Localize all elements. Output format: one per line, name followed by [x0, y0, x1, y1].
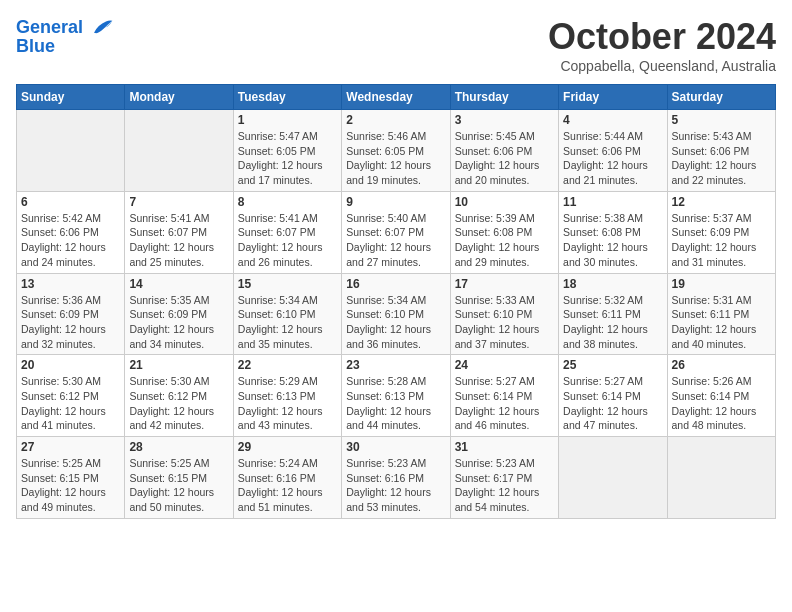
day-number: 15	[238, 277, 337, 291]
day-info: Sunrise: 5:26 AMSunset: 6:14 PMDaylight:…	[672, 374, 771, 433]
location-subtitle: Coppabella, Queensland, Australia	[548, 58, 776, 74]
table-row: 30Sunrise: 5:23 AMSunset: 6:16 PMDayligh…	[342, 437, 450, 519]
col-wednesday: Wednesday	[342, 85, 450, 110]
day-info: Sunrise: 5:40 AMSunset: 6:07 PMDaylight:…	[346, 211, 445, 270]
day-number: 30	[346, 440, 445, 454]
day-number: 16	[346, 277, 445, 291]
day-number: 27	[21, 440, 120, 454]
day-info: Sunrise: 5:34 AMSunset: 6:10 PMDaylight:…	[346, 293, 445, 352]
month-title: October 2024	[548, 16, 776, 58]
table-row	[17, 110, 125, 192]
col-monday: Monday	[125, 85, 233, 110]
table-row: 13Sunrise: 5:36 AMSunset: 6:09 PMDayligh…	[17, 273, 125, 355]
table-row: 25Sunrise: 5:27 AMSunset: 6:14 PMDayligh…	[559, 355, 667, 437]
calendar-header-row: Sunday Monday Tuesday Wednesday Thursday…	[17, 85, 776, 110]
day-number: 23	[346, 358, 445, 372]
page-header: General Blue October 2024 Coppabella, Qu…	[16, 16, 776, 74]
day-info: Sunrise: 5:34 AMSunset: 6:10 PMDaylight:…	[238, 293, 337, 352]
day-info: Sunrise: 5:45 AMSunset: 6:06 PMDaylight:…	[455, 129, 554, 188]
day-number: 8	[238, 195, 337, 209]
table-row: 2Sunrise: 5:46 AMSunset: 6:05 PMDaylight…	[342, 110, 450, 192]
day-info: Sunrise: 5:46 AMSunset: 6:05 PMDaylight:…	[346, 129, 445, 188]
day-number: 31	[455, 440, 554, 454]
table-row: 17Sunrise: 5:33 AMSunset: 6:10 PMDayligh…	[450, 273, 558, 355]
day-number: 10	[455, 195, 554, 209]
day-info: Sunrise: 5:38 AMSunset: 6:08 PMDaylight:…	[563, 211, 662, 270]
day-number: 11	[563, 195, 662, 209]
col-thursday: Thursday	[450, 85, 558, 110]
day-number: 22	[238, 358, 337, 372]
day-info: Sunrise: 5:35 AMSunset: 6:09 PMDaylight:…	[129, 293, 228, 352]
col-saturday: Saturday	[667, 85, 775, 110]
day-info: Sunrise: 5:25 AMSunset: 6:15 PMDaylight:…	[129, 456, 228, 515]
day-number: 5	[672, 113, 771, 127]
day-info: Sunrise: 5:25 AMSunset: 6:15 PMDaylight:…	[21, 456, 120, 515]
calendar-week-row: 20Sunrise: 5:30 AMSunset: 6:12 PMDayligh…	[17, 355, 776, 437]
logo-general: General	[16, 17, 83, 37]
table-row: 23Sunrise: 5:28 AMSunset: 6:13 PMDayligh…	[342, 355, 450, 437]
table-row: 26Sunrise: 5:26 AMSunset: 6:14 PMDayligh…	[667, 355, 775, 437]
table-row: 15Sunrise: 5:34 AMSunset: 6:10 PMDayligh…	[233, 273, 341, 355]
day-info: Sunrise: 5:44 AMSunset: 6:06 PMDaylight:…	[563, 129, 662, 188]
day-info: Sunrise: 5:39 AMSunset: 6:08 PMDaylight:…	[455, 211, 554, 270]
table-row: 22Sunrise: 5:29 AMSunset: 6:13 PMDayligh…	[233, 355, 341, 437]
table-row: 18Sunrise: 5:32 AMSunset: 6:11 PMDayligh…	[559, 273, 667, 355]
day-number: 24	[455, 358, 554, 372]
table-row: 27Sunrise: 5:25 AMSunset: 6:15 PMDayligh…	[17, 437, 125, 519]
day-number: 12	[672, 195, 771, 209]
day-number: 3	[455, 113, 554, 127]
day-number: 26	[672, 358, 771, 372]
calendar-week-row: 27Sunrise: 5:25 AMSunset: 6:15 PMDayligh…	[17, 437, 776, 519]
table-row: 8Sunrise: 5:41 AMSunset: 6:07 PMDaylight…	[233, 191, 341, 273]
table-row: 6Sunrise: 5:42 AMSunset: 6:06 PMDaylight…	[17, 191, 125, 273]
day-info: Sunrise: 5:33 AMSunset: 6:10 PMDaylight:…	[455, 293, 554, 352]
col-sunday: Sunday	[17, 85, 125, 110]
day-info: Sunrise: 5:42 AMSunset: 6:06 PMDaylight:…	[21, 211, 120, 270]
day-info: Sunrise: 5:31 AMSunset: 6:11 PMDaylight:…	[672, 293, 771, 352]
day-info: Sunrise: 5:28 AMSunset: 6:13 PMDaylight:…	[346, 374, 445, 433]
table-row	[667, 437, 775, 519]
day-info: Sunrise: 5:30 AMSunset: 6:12 PMDaylight:…	[21, 374, 120, 433]
calendar-week-row: 13Sunrise: 5:36 AMSunset: 6:09 PMDayligh…	[17, 273, 776, 355]
day-number: 25	[563, 358, 662, 372]
day-number: 2	[346, 113, 445, 127]
calendar-week-row: 6Sunrise: 5:42 AMSunset: 6:06 PMDaylight…	[17, 191, 776, 273]
table-row: 5Sunrise: 5:43 AMSunset: 6:06 PMDaylight…	[667, 110, 775, 192]
day-info: Sunrise: 5:41 AMSunset: 6:07 PMDaylight:…	[129, 211, 228, 270]
table-row: 16Sunrise: 5:34 AMSunset: 6:10 PMDayligh…	[342, 273, 450, 355]
day-number: 14	[129, 277, 228, 291]
day-number: 13	[21, 277, 120, 291]
day-info: Sunrise: 5:37 AMSunset: 6:09 PMDaylight:…	[672, 211, 771, 270]
day-info: Sunrise: 5:23 AMSunset: 6:16 PMDaylight:…	[346, 456, 445, 515]
day-info: Sunrise: 5:30 AMSunset: 6:12 PMDaylight:…	[129, 374, 228, 433]
table-row: 29Sunrise: 5:24 AMSunset: 6:16 PMDayligh…	[233, 437, 341, 519]
day-info: Sunrise: 5:32 AMSunset: 6:11 PMDaylight:…	[563, 293, 662, 352]
title-section: October 2024 Coppabella, Queensland, Aus…	[548, 16, 776, 74]
table-row: 19Sunrise: 5:31 AMSunset: 6:11 PMDayligh…	[667, 273, 775, 355]
day-info: Sunrise: 5:29 AMSunset: 6:13 PMDaylight:…	[238, 374, 337, 433]
table-row: 12Sunrise: 5:37 AMSunset: 6:09 PMDayligh…	[667, 191, 775, 273]
table-row: 1Sunrise: 5:47 AMSunset: 6:05 PMDaylight…	[233, 110, 341, 192]
col-friday: Friday	[559, 85, 667, 110]
day-number: 4	[563, 113, 662, 127]
calendar-week-row: 1Sunrise: 5:47 AMSunset: 6:05 PMDaylight…	[17, 110, 776, 192]
table-row: 14Sunrise: 5:35 AMSunset: 6:09 PMDayligh…	[125, 273, 233, 355]
table-row: 3Sunrise: 5:45 AMSunset: 6:06 PMDaylight…	[450, 110, 558, 192]
day-number: 1	[238, 113, 337, 127]
day-number: 19	[672, 277, 771, 291]
day-number: 21	[129, 358, 228, 372]
day-info: Sunrise: 5:24 AMSunset: 6:16 PMDaylight:…	[238, 456, 337, 515]
day-number: 20	[21, 358, 120, 372]
table-row	[559, 437, 667, 519]
table-row: 9Sunrise: 5:40 AMSunset: 6:07 PMDaylight…	[342, 191, 450, 273]
day-info: Sunrise: 5:36 AMSunset: 6:09 PMDaylight:…	[21, 293, 120, 352]
table-row: 24Sunrise: 5:27 AMSunset: 6:14 PMDayligh…	[450, 355, 558, 437]
day-info: Sunrise: 5:27 AMSunset: 6:14 PMDaylight:…	[455, 374, 554, 433]
table-row: 11Sunrise: 5:38 AMSunset: 6:08 PMDayligh…	[559, 191, 667, 273]
day-info: Sunrise: 5:23 AMSunset: 6:17 PMDaylight:…	[455, 456, 554, 515]
table-row: 21Sunrise: 5:30 AMSunset: 6:12 PMDayligh…	[125, 355, 233, 437]
table-row: 10Sunrise: 5:39 AMSunset: 6:08 PMDayligh…	[450, 191, 558, 273]
day-number: 28	[129, 440, 228, 454]
day-info: Sunrise: 5:27 AMSunset: 6:14 PMDaylight:…	[563, 374, 662, 433]
table-row: 4Sunrise: 5:44 AMSunset: 6:06 PMDaylight…	[559, 110, 667, 192]
